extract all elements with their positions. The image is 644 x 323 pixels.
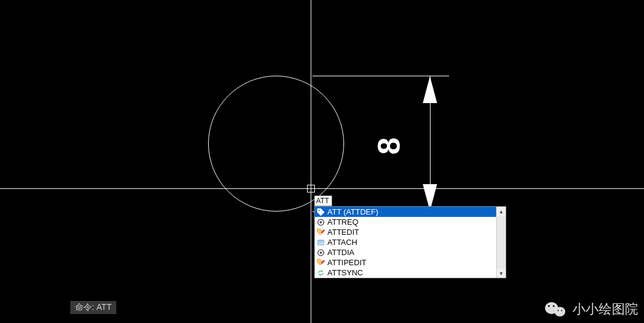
svg-point-2 xyxy=(320,221,322,223)
autocomplete-list: ATT (ATTDEF) ATTREQ ATTEDIT ATTACH xyxy=(315,207,506,278)
autocomplete-item-label: ATTREQ xyxy=(327,218,358,226)
svg-point-5 xyxy=(320,251,322,254)
autocomplete-item[interactable]: ATTIPEDIT xyxy=(315,257,496,268)
edit-tag-icon xyxy=(317,259,325,267)
circle-entity[interactable] xyxy=(208,76,344,212)
autocomplete-item[interactable]: ATTACH xyxy=(315,237,496,247)
sync-icon xyxy=(317,269,325,277)
watermark-text: 小小绘图院 xyxy=(572,300,638,318)
command-value: ATT xyxy=(97,302,112,312)
autocomplete-item[interactable]: ATTDIA xyxy=(315,247,496,257)
scrollbar[interactable]: ▲ ▼ xyxy=(496,207,506,278)
wechat-icon xyxy=(545,301,570,318)
scroll-down-arrow-icon[interactable]: ▼ xyxy=(497,269,506,278)
autocomplete-item-label: ATTDIA xyxy=(327,248,354,257)
tag-icon xyxy=(317,208,325,216)
autocomplete-item-label: ATT (ATTDEF) xyxy=(327,207,378,216)
autocomplete-item-label: ATTACH xyxy=(327,238,357,247)
autocomplete-item[interactable]: ATTEDIT xyxy=(315,227,496,237)
autocomplete-item-label: ATTIPEDIT xyxy=(327,258,366,267)
gear-icon xyxy=(317,218,325,226)
svg-point-0 xyxy=(318,210,320,211)
gear-icon xyxy=(317,249,325,257)
watermark: 小小绘图院 xyxy=(545,300,638,318)
autocomplete-item[interactable]: ATTSYNC xyxy=(315,268,496,278)
arrowhead-up-icon xyxy=(423,76,437,103)
scroll-up-arrow-icon[interactable]: ▲ xyxy=(497,207,506,216)
autocomplete-item-label: ATTSYNC xyxy=(327,268,363,277)
attach-icon xyxy=(317,238,325,247)
dimension-value[interactable]: 8 xyxy=(371,138,407,155)
autocomplete-item-label: ATTEDIT xyxy=(327,228,359,237)
command-autocomplete-popup: ATT (ATTDEF) ATTREQ ATTEDIT ATTACH xyxy=(314,206,506,278)
autocomplete-item[interactable]: ATTREQ xyxy=(315,217,496,227)
command-line[interactable]: 命令: ATT xyxy=(70,301,116,314)
drawing-canvas[interactable]: 8 ATT ATT (ATTDEF) ATTREQ ATTEDIT xyxy=(0,0,644,323)
edit-tag-icon xyxy=(317,228,325,237)
autocomplete-item[interactable]: ATT (ATTDEF) xyxy=(315,207,496,217)
dynamic-input[interactable]: ATT xyxy=(314,195,332,206)
command-prompt: 命令: xyxy=(75,302,94,312)
